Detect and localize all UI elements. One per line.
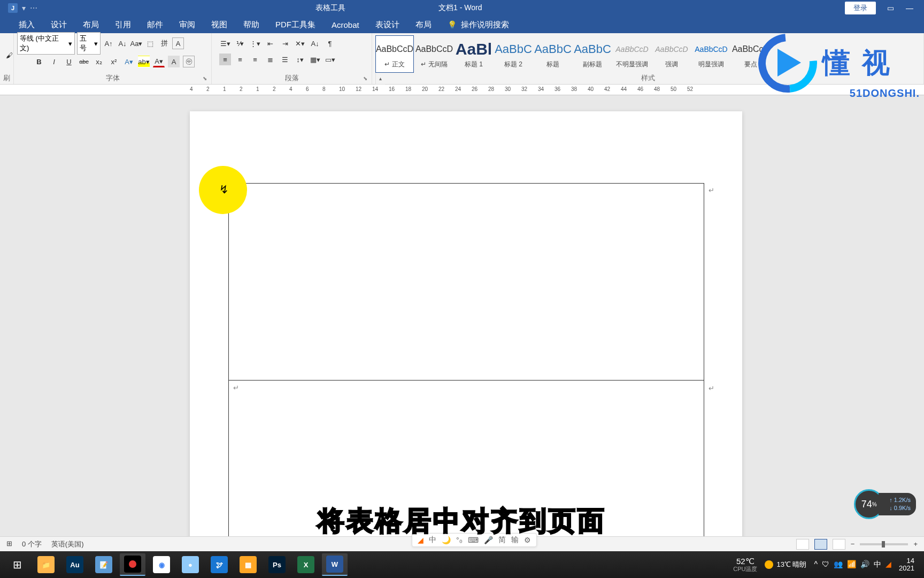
view-web-layout[interactable] (833, 539, 845, 550)
tray-app-icon[interactable]: ◢ (886, 560, 891, 569)
grow-font-button[interactable]: A↑ (103, 37, 114, 49)
font-color-button[interactable]: A▾ (153, 56, 165, 67)
character-border-button[interactable]: A (172, 37, 184, 49)
taskbar-word[interactable]: W (322, 553, 348, 576)
taskbar-excel[interactable]: X (293, 553, 319, 576)
format-painter-button[interactable]: 🖌 (3, 49, 15, 61)
taskbar-chrome[interactable]: ◉ (149, 553, 174, 576)
align-left-button[interactable]: ≡ (219, 54, 231, 65)
qat-more-icon[interactable]: ⋯ (30, 4, 37, 12)
minimize-icon[interactable]: — (905, 3, 914, 13)
highlight-button[interactable]: ab▾ (138, 56, 150, 67)
font-size-select[interactable]: 五号▾ (77, 32, 101, 55)
asian-layout-button[interactable]: ✕▾ (294, 37, 306, 49)
taskbar-clock[interactable]: 14 2021 (899, 557, 914, 573)
bold-button[interactable]: B (33, 56, 45, 67)
login-button[interactable]: 登录 (845, 2, 876, 14)
tray-ime[interactable]: 中 (874, 560, 881, 569)
cpu-temp-widget[interactable]: 52℃ CPU温度 (733, 557, 757, 573)
text-effects-button[interactable]: A▾ (123, 56, 135, 67)
system-monitor-widget[interactable]: 74% ↑ 1.2K/s ↓ 0.9K/s (854, 489, 916, 519)
tab-view[interactable]: 视图 (203, 16, 235, 34)
zoom-in-button[interactable]: + (913, 540, 918, 548)
taskbar-audition[interactable]: Au (62, 553, 88, 576)
distributed-button[interactable]: ☰ (279, 54, 291, 65)
table[interactable]: ↵ ↵ (228, 183, 704, 551)
view-read-mode[interactable] (796, 539, 809, 550)
tab-review[interactable]: 审阅 (171, 16, 203, 34)
tray-people-icon[interactable]: 👥 (834, 560, 843, 569)
style-item[interactable]: AaBbC标题 2 (494, 35, 533, 73)
style-item[interactable]: AaBbCcD↵ 无间隔 (415, 35, 453, 73)
style-item[interactable]: AaBbC副标题 (573, 35, 612, 73)
italic-button[interactable]: I (48, 56, 60, 67)
decrease-indent-button[interactable]: ⇤ (264, 37, 276, 49)
weather-widget[interactable]: 13℃ 晴朗 (765, 560, 806, 569)
increase-indent-button[interactable]: ⇥ (279, 37, 291, 49)
taskbar-explorer[interactable]: 📁 (33, 553, 59, 576)
align-center-button[interactable]: ≡ (234, 54, 246, 65)
tab-table-layout[interactable]: 布局 (407, 16, 440, 34)
taskbar-app3[interactable]: ▦ (235, 553, 261, 576)
taskbar-app2[interactable]: 🕊 (206, 553, 232, 576)
table-cell[interactable]: ↵ (229, 184, 704, 381)
start-button[interactable]: ⊞ (4, 553, 30, 576)
status-language[interactable]: 英语(美国) (51, 539, 84, 549)
clear-formatting-button[interactable]: ⬚ (144, 37, 156, 49)
line-spacing-button[interactable]: ↕▾ (294, 54, 306, 65)
style-item[interactable]: AaBbCcD↵ 正文 (375, 35, 414, 73)
tray-volume-icon[interactable]: 🔊 (860, 560, 869, 569)
qat-save-icon[interactable]: ▾ (22, 4, 26, 12)
style-item[interactable]: AaBbC标题 (534, 35, 572, 73)
align-right-button[interactable]: ≡ (249, 54, 261, 65)
sort-button[interactable]: A↓ (309, 37, 321, 49)
system-tray[interactable]: ^ 🛡 👥 📶 🔊 中 ◢ (814, 560, 892, 569)
shading-button[interactable]: ▦▾ (309, 54, 321, 65)
underline-button[interactable]: U (63, 56, 75, 67)
taskbar-app1[interactable]: ● (178, 553, 203, 576)
show-marks-button[interactable]: ¶ (324, 37, 336, 49)
tray-network-icon[interactable]: 📶 (847, 560, 856, 569)
tab-acrobat[interactable]: Acrobat (324, 17, 367, 33)
style-item[interactable]: AaBbCcD明显强调 (692, 35, 730, 73)
tab-references[interactable]: 引用 (107, 16, 139, 34)
zoom-slider[interactable] (860, 543, 908, 545)
subscript-button[interactable]: x₂ (93, 56, 105, 67)
status-section-icon[interactable]: ⊞ (6, 539, 12, 549)
taskbar-photoshop[interactable]: Ps (264, 553, 290, 576)
phonetic-guide-button[interactable]: 拼 (158, 37, 170, 49)
numbering-button[interactable]: ⅟▾ (234, 37, 246, 49)
font-name-select[interactable]: 等线 (中文正文)▾ (17, 32, 75, 55)
tray-shield-icon[interactable]: 🛡 (822, 560, 829, 569)
change-case-button[interactable]: Aa▾ (130, 37, 142, 49)
tab-table-design[interactable]: 表设计 (367, 16, 407, 34)
strikethrough-button[interactable]: abc (78, 56, 90, 67)
tab-layout[interactable]: 布局 (75, 16, 107, 34)
font-dialog-launcher[interactable]: ⬊ (203, 75, 209, 82)
style-item[interactable]: AaBbCcD不明显强调 (613, 35, 651, 73)
document-area[interactable]: ✥ ↵ ↵ ↵ ↵ (0, 95, 924, 551)
taskbar-notepad[interactable]: 📝 (91, 553, 117, 576)
paragraph-dialog-launcher[interactable]: ⬊ (363, 75, 369, 82)
superscript-button[interactable]: x² (108, 56, 120, 67)
zoom-out-button[interactable]: − (851, 540, 855, 548)
taskbar-recorder[interactable] (120, 553, 145, 576)
tab-design[interactable]: 设计 (43, 16, 75, 34)
borders-button[interactable]: ▭▾ (324, 54, 336, 65)
style-item[interactable]: AaBbCcD强调 (652, 35, 691, 73)
view-print-layout[interactable] (814, 539, 827, 550)
justify-button[interactable]: ≣ (264, 54, 276, 65)
tab-help[interactable]: 帮助 (235, 16, 267, 34)
multilevel-list-button[interactable]: ⋮▾ (249, 37, 261, 49)
character-shading-button[interactable]: A (168, 56, 180, 67)
enclose-characters-button[interactable]: ㊥ (183, 56, 195, 67)
style-item[interactable]: AaBl标题 1 (455, 35, 493, 73)
tell-me-search[interactable]: 💡 操作说明搜索 (448, 20, 509, 30)
shrink-font-button[interactable]: A↓ (117, 37, 128, 49)
tray-up-icon[interactable]: ^ (814, 560, 818, 569)
ribbon-display-icon[interactable]: ▭ (886, 3, 895, 13)
status-word-count[interactable]: 0 个字 (22, 539, 42, 549)
bullets-button[interactable]: ☰▾ (219, 37, 231, 49)
tab-insert[interactable]: 插入 (11, 16, 43, 34)
tab-pdf[interactable]: PDF工具集 (267, 16, 324, 34)
